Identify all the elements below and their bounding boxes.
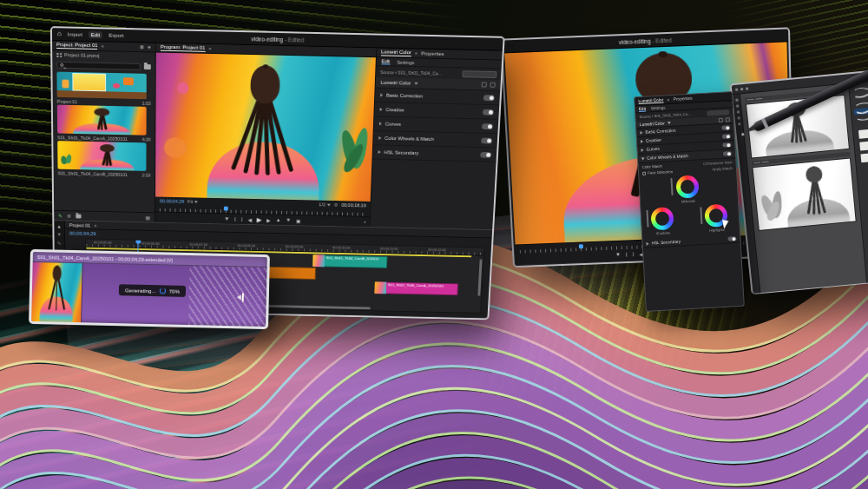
tab-program[interactable]: Program: Project 01 [161,44,206,52]
lift-icon[interactable]: ▲ [276,217,281,222]
close-icon[interactable]: × [101,43,104,49]
tab-project[interactable]: Project: Project 01 [56,42,97,50]
brush-stroke-item[interactable] [853,99,868,108]
close-icon[interactable]: × [208,46,212,51]
subtab-settings[interactable]: Settings [651,105,666,110]
settings-wrench-icon[interactable]: ⚙ [334,202,339,208]
section-hsl-secondary[interactable]: HSL Secondary [372,145,496,162]
resolution-dropdown[interactable]: 1/2 [319,202,330,208]
new-bin-icon[interactable] [144,64,151,69]
marker-icon[interactable]: ▼ [224,216,229,221]
brush-stroke-item[interactable] [855,114,868,122]
mark-in-icon[interactable]: { [234,216,236,221]
midtones-wheel[interactable] [675,175,699,198]
marker-icon[interactable]: ▼ [615,252,621,257]
tab-properties[interactable]: Properties [421,51,444,57]
export-frame-icon[interactable]: ▣ [296,217,301,223]
tool-icon[interactable] [737,116,740,119]
tool-icon[interactable] [735,99,738,102]
toggle-switch[interactable] [721,125,730,130]
menu-export[interactable]: Export [108,33,123,38]
timeline-timecode[interactable]: 00;00;04;29 [69,231,96,236]
close-icon[interactable]: × [94,222,96,228]
tab-properties[interactable]: Properties [674,96,693,102]
toggle-switch[interactable] [483,109,494,115]
menu-import[interactable]: Import [68,32,82,37]
toggle-switch[interactable] [482,123,493,129]
tab-lumetri-color[interactable]: Lumetri Color [381,50,411,57]
middle-playhead[interactable] [578,244,582,248]
toggle-switch[interactable] [722,142,731,148]
shadows-slider[interactable] [646,210,648,228]
bin-icon[interactable] [76,214,81,218]
tab-lumetri-color[interactable]: Lumetri Color [638,97,663,104]
clip-thumbnail-a[interactable] [57,105,147,135]
list-view-icon[interactable]: ≣ [140,44,144,50]
timeline-clip-teal[interactable]: S01_Sh01_Tk04_CamB_20250101 [312,254,388,268]
timeline-clip-magenta[interactable]: S01_Sh02_Tk06_CamA_20250101 [375,281,458,295]
fx-icon[interactable] [482,82,487,87]
list-toggle-icon[interactable]: ≣ [67,213,71,219]
generative-extend-clip[interactable]: S01_Sh01_Tk04_CamA_20250101 - 00;00;04;2… [29,249,270,329]
mark-in-icon[interactable]: { [626,252,628,257]
tab-sequence[interactable]: Project 01 [69,222,91,228]
chevron-right-icon [641,139,643,142]
close-icon[interactable]: × [667,97,670,102]
apply-match-button[interactable]: Apply Match [712,166,733,171]
subtab-edit[interactable]: Edit [639,106,646,111]
toggle-switch[interactable] [723,151,732,156]
tool-icon[interactable] [735,88,738,90]
search-input[interactable] [56,61,141,69]
subtab-edit[interactable]: Edit [382,58,391,64]
clip-chip[interactable] [707,109,729,116]
clip-chip[interactable] [462,70,496,78]
brush-stroke-item-selected[interactable] [854,107,868,116]
toggle-switch[interactable] [481,137,492,143]
toggle-switch[interactable] [722,134,731,139]
shadows-wheel[interactable] [650,207,674,230]
mark-out-icon[interactable]: } [241,216,243,221]
bin-thumbnail-room[interactable] [56,72,146,100]
midtones-slider[interactable] [670,178,673,195]
checkbox[interactable] [642,171,646,175]
toggle-switch[interactable] [483,95,495,101]
tool-icon[interactable] [736,105,739,108]
clip-thumbnail-b[interactable] [57,141,146,171]
mark-out-icon[interactable]: } [632,251,634,256]
close-icon[interactable]: × [415,50,418,56]
clip-thumb [312,254,325,267]
clip-b-duration: 2:19 [141,172,150,177]
tool-icon[interactable] [738,122,740,125]
tool-icon[interactable] [746,87,748,89]
play-icon[interactable]: ▶ [257,215,262,223]
step-back-icon[interactable]: ◀ [248,216,253,222]
fit-dropdown[interactable]: Fit [187,199,198,204]
toggle-switch[interactable] [480,151,491,157]
highlights-slider[interactable] [700,207,702,224]
section-label: Basic Correction [645,129,675,135]
tool-icon[interactable] [736,110,739,113]
track-tool-icon[interactable]: ▼ [56,232,62,237]
current-timecode[interactable]: 00;00;04;29 [160,198,184,203]
fx-icon[interactable] [719,117,723,122]
layer-thumbnail[interactable] [860,152,868,162]
plus-button[interactable]: + [363,219,366,224]
step-forward-icon[interactable]: ▶ [266,217,271,223]
storyboard-frame-2[interactable] [752,158,856,231]
layer-thumbnail[interactable] [859,140,868,150]
home-icon[interactable]: ⌂ [57,30,62,37]
extract-icon[interactable]: ▼ [286,218,291,223]
pen-tool-icon[interactable]: ✎ [57,241,62,247]
layer-thumbnail[interactable] [858,128,868,138]
toggle-switch[interactable] [727,236,736,241]
menu-edit[interactable]: Edit [89,31,102,38]
new-item-icon[interactable]: ▦ [146,215,151,221]
brush-stroke-item[interactable] [852,91,868,100]
subtab-settings[interactable]: Settings [397,59,414,64]
eye-icon[interactable] [490,83,496,88]
pen-tool-icon[interactable]: ✎ [58,213,62,219]
program-playhead[interactable] [223,207,227,211]
selection-tool-icon[interactable]: ▲ [56,224,62,229]
tool-icon[interactable] [740,88,743,90]
eye-icon[interactable] [726,117,730,122]
